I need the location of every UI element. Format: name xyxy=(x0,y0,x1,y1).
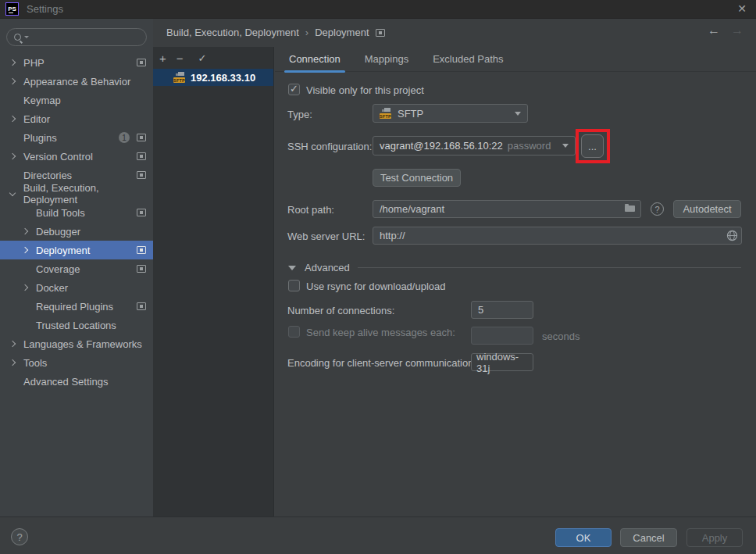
keepalive-input[interactable] xyxy=(471,327,533,345)
jump-to-settings-icon[interactable] xyxy=(137,302,146,310)
chevron-right-icon[interactable] xyxy=(9,359,16,366)
sidebar-item-required-plugins[interactable]: Required Plugins xyxy=(0,297,153,316)
chevron-right-icon[interactable] xyxy=(9,153,16,159)
ok-button[interactable]: OK xyxy=(555,528,612,547)
connections-input[interactable] xyxy=(471,301,533,319)
chevron-right-icon[interactable] xyxy=(9,116,16,122)
help-icon[interactable]: ? xyxy=(651,202,664,216)
use-rsync-label: Use rsync for download/upload xyxy=(306,281,446,292)
sidebar-item-php[interactable]: PHP xyxy=(0,53,153,72)
keepalive-checkbox[interactable] xyxy=(288,326,300,338)
sidebar-item-build-tools[interactable]: Build Tools xyxy=(0,203,153,222)
remove-server-icon[interactable]: − xyxy=(177,52,184,65)
breadcrumb-current[interactable]: Deployment xyxy=(315,27,369,38)
sidebar-item-label: Trusted Locations xyxy=(36,320,116,331)
cancel-button[interactable]: Cancel xyxy=(620,528,677,547)
sidebar-item-docker[interactable]: Docker xyxy=(0,278,153,297)
folder-browse-icon[interactable] xyxy=(625,206,635,212)
ssh-configuration-dropdown[interactable]: vagrant@192.168.56.10:22 password xyxy=(373,136,576,155)
dialog-footer: ? OK Cancel Apply xyxy=(0,516,756,554)
encoding-label: Encoding for client-server communication… xyxy=(287,357,476,369)
sidebar-item-tools[interactable]: Tools xyxy=(0,353,153,372)
sidebar-item-label: Appearance & Behavior xyxy=(23,76,130,88)
web-server-url-input[interactable] xyxy=(373,227,742,245)
breadcrumb-parent[interactable]: Build, Execution, Deployment xyxy=(166,27,299,38)
sidebar-item-label: Tools xyxy=(23,357,47,369)
dropdown-caret-icon xyxy=(562,144,569,148)
tab-excluded-paths[interactable]: Excluded Paths xyxy=(431,48,505,70)
sidebar-item-languages-frameworks[interactable]: Languages & Frameworks xyxy=(0,334,153,353)
type-value: SFTP xyxy=(398,108,423,120)
chevron-right-icon[interactable] xyxy=(22,284,28,291)
sidebar-item-label: Languages & Frameworks xyxy=(23,338,142,350)
sidebar-item-keymap[interactable]: Keymap xyxy=(0,91,153,109)
jump-to-settings-icon[interactable] xyxy=(137,134,146,141)
sidebar-item-version-control[interactable]: Version Control xyxy=(0,147,153,166)
sidebar-item-label: PHP xyxy=(23,57,45,69)
sftp-type-icon: SFTP xyxy=(380,107,392,120)
jump-to-settings-icon[interactable] xyxy=(137,59,146,66)
use-rsync-checkbox[interactable] xyxy=(288,280,300,291)
breadcrumb-strip: Build, Execution, Deployment › Deploymen… xyxy=(153,19,756,47)
breadcrumb-separator: › xyxy=(305,27,308,38)
dropdown-caret-icon xyxy=(515,112,521,116)
server-toolbar: + − ✓ xyxy=(153,47,273,69)
sidebar-item-label: Version Control xyxy=(23,151,93,163)
sidebar-item-plugins[interactable]: Plugins 1 xyxy=(0,128,153,147)
type-dropdown[interactable]: SFTP SFTP xyxy=(373,104,528,123)
sidebar-item-editor[interactable]: Editor xyxy=(0,109,153,128)
window-title: Settings xyxy=(27,3,63,15)
search-icon xyxy=(14,34,21,41)
keepalive-unit-label: seconds xyxy=(542,331,579,342)
encoding-value: windows-31j xyxy=(476,351,528,374)
jump-to-settings-icon[interactable] xyxy=(137,209,146,216)
back-arrow-icon[interactable]: ← xyxy=(708,23,720,38)
jump-to-settings-icon[interactable] xyxy=(137,152,146,160)
jump-to-settings-icon[interactable] xyxy=(137,246,146,254)
server-list-item[interactable]: SFTP 192.168.33.10 xyxy=(153,69,273,86)
sidebar-item-label: Debugger xyxy=(36,226,80,238)
sidebar-item-debugger[interactable]: Debugger xyxy=(0,222,153,241)
sidebar-item-label: Directories xyxy=(23,170,72,181)
settings-tree: PHP Appearance & Behavior Keymap Editor … xyxy=(0,53,153,391)
advanced-section-label[interactable]: Advanced xyxy=(305,262,350,273)
apply-button[interactable]: Apply xyxy=(686,528,743,547)
chevron-right-icon[interactable] xyxy=(9,59,16,66)
jump-to-settings-icon[interactable] xyxy=(137,171,146,179)
jump-to-settings-icon[interactable] xyxy=(376,29,385,37)
tab-mappings[interactable]: Mappings xyxy=(363,48,410,70)
sidebar-item-build-execution-deployment[interactable]: Build, Execution, Deployment xyxy=(0,184,153,203)
chevron-right-icon[interactable] xyxy=(22,247,28,253)
encoding-dropdown[interactable]: windows-31j xyxy=(471,353,533,371)
jump-to-settings-icon[interactable] xyxy=(137,265,146,273)
chevron-down-icon[interactable] xyxy=(9,190,16,196)
sidebar-item-coverage[interactable]: Coverage xyxy=(0,259,153,278)
chevron-right-icon[interactable] xyxy=(22,228,28,234)
chevron-right-icon[interactable] xyxy=(9,78,16,84)
tab-connection[interactable]: Connection xyxy=(287,48,342,70)
sidebar-item-deployment[interactable]: Deployment xyxy=(0,241,153,259)
use-as-default-icon[interactable]: ✓ xyxy=(198,52,207,64)
test-connection-button[interactable]: Test Connection xyxy=(373,169,461,187)
advanced-collapse-icon[interactable] xyxy=(288,266,296,270)
close-icon[interactable]: ✕ xyxy=(737,2,747,15)
sidebar-item-label: Deployment xyxy=(36,245,90,256)
search-input[interactable] xyxy=(6,28,147,46)
root-path-input[interactable] xyxy=(373,200,641,218)
add-server-icon[interactable]: + xyxy=(159,52,166,65)
web-server-url-label: Web server URL: xyxy=(287,231,365,242)
plugins-count-badge: 1 xyxy=(119,132,130,143)
help-button[interactable]: ? xyxy=(11,528,28,545)
sidebar-item-trusted-locations[interactable]: Trusted Locations xyxy=(0,316,153,334)
sidebar-item-appearance-behavior[interactable]: Appearance & Behavior xyxy=(0,72,153,91)
forward-arrow-icon: → xyxy=(731,23,744,38)
sidebar-item-advanced-settings[interactable]: Advanced Settings xyxy=(0,372,153,391)
server-list-panel: + − ✓ SFTP 192.168.33.10 xyxy=(153,47,274,516)
sidebar-item-label: Build, Execution, Deployment xyxy=(23,182,153,206)
chevron-right-icon[interactable] xyxy=(9,341,16,347)
autodetect-button[interactable]: Autodetect xyxy=(673,200,741,218)
globe-icon[interactable] xyxy=(726,230,738,241)
ssh-configuration-label: SSH configuration: xyxy=(287,141,372,152)
search-options-caret-icon[interactable] xyxy=(24,36,29,38)
visible-only-checkbox[interactable] xyxy=(288,84,300,95)
